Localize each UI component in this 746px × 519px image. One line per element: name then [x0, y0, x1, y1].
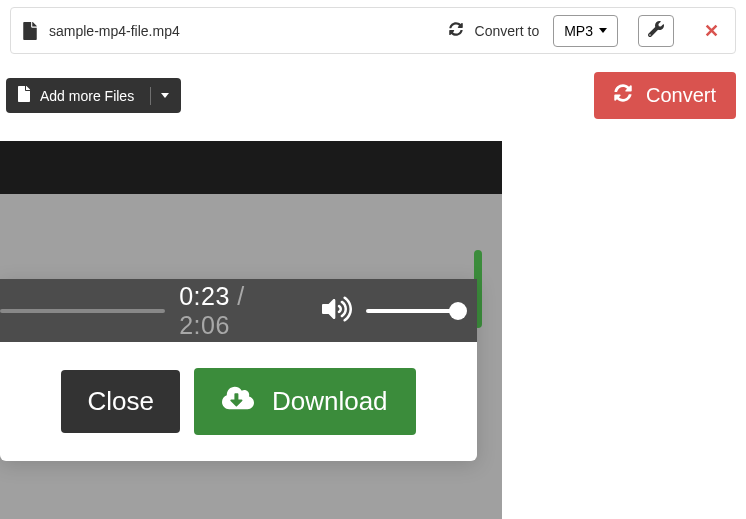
wrench-icon	[648, 21, 664, 41]
modal-actions: Close Download	[0, 342, 477, 461]
add-more-files-button[interactable]: Add more Files	[6, 78, 181, 113]
download-button-label: Download	[272, 386, 388, 417]
total-time: 2:06	[179, 311, 230, 339]
download-button[interactable]: Download	[194, 368, 416, 435]
close-button[interactable]: Close	[61, 370, 179, 433]
volume-thumb[interactable]	[449, 302, 467, 320]
close-icon: ✕	[704, 21, 719, 41]
background-dark-bar	[0, 141, 502, 194]
cloud-download-icon	[222, 384, 254, 419]
chevron-down-icon	[161, 93, 169, 98]
time-display: 0:23 / 2:06	[179, 282, 298, 340]
preview-modal: 0:23 / 2:06 Close Download	[0, 279, 477, 461]
time-separator: /	[230, 282, 245, 310]
file-icon	[23, 22, 37, 40]
settings-button[interactable]	[638, 15, 674, 47]
progress-track[interactable]	[0, 309, 165, 313]
refresh-icon	[449, 22, 463, 40]
volume-icon[interactable]	[322, 294, 352, 328]
format-select[interactable]: MP3	[553, 15, 618, 47]
close-button-label: Close	[87, 386, 153, 416]
convert-button[interactable]: Convert	[594, 72, 736, 119]
audio-player-bar: 0:23 / 2:06	[0, 279, 477, 342]
current-time: 0:23	[179, 282, 230, 310]
chevron-down-icon	[599, 28, 607, 33]
file-name: sample-mp4-file.mp4	[49, 23, 180, 39]
volume-slider[interactable]	[366, 309, 459, 313]
remove-file-button[interactable]: ✕	[700, 16, 723, 46]
convert-button-label: Convert	[646, 84, 716, 107]
refresh-icon	[614, 84, 632, 107]
file-row: sample-mp4-file.mp4 Convert to MP3 ✕	[10, 7, 736, 54]
format-selected-value: MP3	[564, 23, 593, 39]
add-more-files-label: Add more Files	[40, 88, 134, 104]
convert-to-label: Convert to	[475, 23, 540, 39]
file-add-icon	[18, 86, 30, 105]
action-row: Add more Files Convert	[0, 54, 746, 129]
